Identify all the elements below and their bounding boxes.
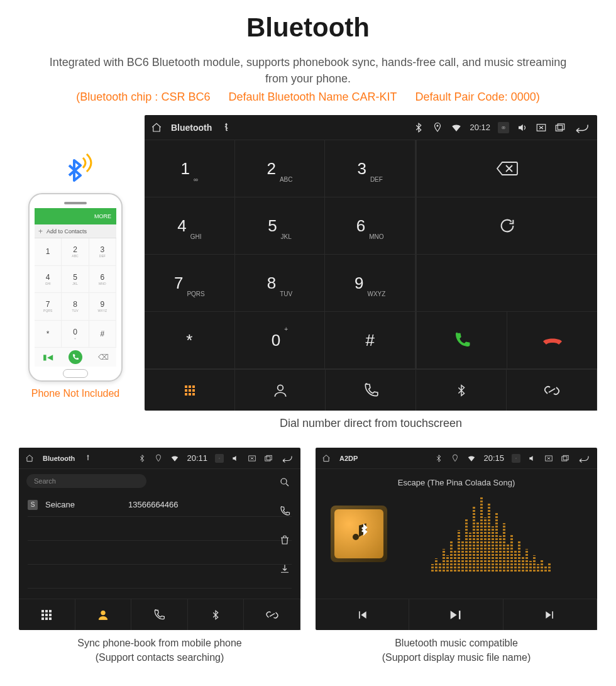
home-icon[interactable] [25, 454, 34, 463]
screenshot-icon[interactable] [498, 122, 509, 133]
svg-rect-10 [265, 456, 270, 461]
delete-icon[interactable] [279, 534, 290, 546]
location-icon [432, 122, 443, 133]
dial-key[interactable]: 4GHI [145, 197, 235, 255]
dial-key[interactable]: 3DEF [325, 140, 415, 197]
dial-key[interactable]: 5JKL [235, 197, 326, 255]
search-icon[interactable] [279, 477, 290, 488]
viz-bar [439, 563, 441, 572]
viz-bar [503, 523, 505, 572]
dial-key[interactable]: 7PQRS [145, 255, 235, 312]
spec-code: Default Pair Code: 0000) [415, 91, 540, 103]
wifi-icon [451, 122, 462, 133]
headunit-dialer: Bluetooth 20:12 [145, 115, 597, 411]
tab-dialpad[interactable] [19, 599, 75, 630]
phone-topbar-right: MORE [94, 213, 111, 219]
dial-key[interactable]: * [145, 312, 235, 369]
headunit-a2dp: A2DP 20:15 Escape (The [316, 448, 597, 630]
spec-name: Default Bluetooth Name CAR-KIT [228, 91, 397, 103]
tab-call-log[interactable] [326, 370, 416, 411]
dial-key[interactable]: # [325, 312, 415, 369]
tab-pair[interactable] [244, 599, 300, 630]
phone-backspace-icon: ⌫ [98, 353, 109, 362]
tab-bluetooth[interactable] [416, 370, 507, 411]
page-description: Integrated with BC6 Bluetooth module, su… [19, 54, 597, 87]
viz-bar [465, 519, 468, 572]
back-icon[interactable] [577, 454, 591, 463]
tab-contacts[interactable] [235, 370, 326, 411]
dial-key[interactable]: 8TUV [235, 255, 326, 312]
volume-icon[interactable] [231, 454, 240, 463]
prev-button[interactable] [316, 599, 409, 630]
volume-icon[interactable] [517, 122, 528, 133]
bluetooth-wave-icon [55, 147, 96, 189]
home-icon[interactable] [151, 122, 162, 133]
viz-bar [541, 560, 543, 572]
viz-bar [544, 566, 547, 572]
contact-row[interactable]: S Seicane 13566664466 [28, 493, 292, 517]
phone-call-button [69, 350, 82, 364]
dial-key[interactable]: 1∞ [145, 140, 235, 197]
call-icon[interactable] [279, 506, 290, 517]
svg-rect-5 [558, 124, 564, 130]
dial-key[interactable]: 9WXYZ [325, 255, 415, 312]
phone-key: 5JKL [62, 266, 89, 294]
dial-key[interactable]: 2ABC [235, 140, 326, 197]
dial-key[interactable]: 6MNO [325, 197, 415, 255]
screenshot-icon[interactable] [512, 454, 520, 463]
close-icon[interactable] [248, 454, 256, 463]
recent-apps-icon[interactable] [264, 454, 273, 463]
clock-time: 20:12 [470, 123, 490, 132]
back-icon[interactable] [573, 122, 591, 133]
dial-key[interactable]: 0+ [235, 312, 326, 369]
hangup-button[interactable] [507, 312, 597, 369]
page-title: Bluetooth [19, 13, 597, 43]
phone-key: 1 [35, 238, 62, 266]
volume-icon[interactable] [528, 454, 537, 463]
close-icon[interactable] [536, 122, 547, 133]
visualizer [400, 496, 582, 572]
viz-bar [492, 526, 494, 572]
dialer-caption: Dial number direct from touchscreen [145, 417, 597, 430]
recent-apps-icon[interactable] [561, 454, 569, 463]
phone-add-contacts: Add to Contacts [35, 224, 116, 238]
viz-bar [454, 551, 456, 572]
svg-point-6 [277, 385, 283, 390]
viz-bar [522, 556, 524, 572]
tab-bluetooth[interactable] [188, 599, 245, 630]
phone-key: # [89, 321, 116, 348]
backspace-button[interactable] [416, 140, 597, 197]
headunit-title: Bluetooth [43, 455, 75, 462]
screenshot-icon[interactable] [215, 454, 224, 463]
search-input[interactable]: Search [26, 474, 146, 488]
phone-key: 4GHI [35, 266, 62, 294]
spec-chip: (Bluetooth chip : CSR BC6 [76, 91, 210, 103]
tab-call-log[interactable] [131, 599, 188, 630]
phone-video-icon: ▮◀ [43, 353, 53, 362]
contact-number: 13566664466 [128, 500, 179, 509]
viz-bar [529, 561, 532, 572]
back-icon[interactable] [280, 454, 294, 463]
play-pause-button[interactable] [409, 599, 503, 630]
viz-bar [480, 496, 483, 572]
recent-apps-icon[interactable] [554, 122, 566, 133]
svg-point-2 [503, 127, 504, 128]
bluetooth-icon [138, 454, 146, 463]
viz-bar [548, 563, 551, 572]
home-icon[interactable] [322, 454, 331, 463]
svg-point-0 [437, 124, 439, 126]
refresh-button[interactable] [416, 197, 597, 255]
next-button[interactable] [503, 599, 597, 630]
viz-bar [476, 522, 479, 572]
download-icon[interactable] [279, 563, 290, 575]
svg-rect-17 [562, 456, 567, 461]
tab-dialpad[interactable] [145, 370, 235, 411]
usb-icon [84, 454, 92, 463]
phone-key: 2ABC [62, 238, 89, 266]
close-icon[interactable] [544, 454, 553, 463]
song-title: Escape (The Pina Colada Song) [316, 478, 597, 487]
tab-contacts[interactable] [75, 599, 132, 630]
call-button[interactable] [416, 312, 507, 369]
viz-bar [446, 555, 449, 572]
tab-pair[interactable] [507, 370, 597, 411]
